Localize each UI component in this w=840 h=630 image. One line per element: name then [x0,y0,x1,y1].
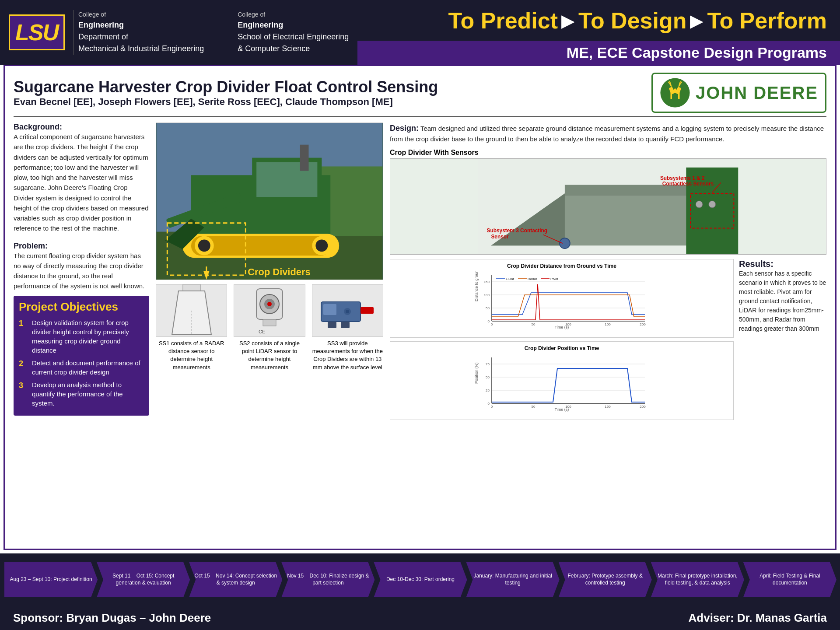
timeline-items: Aug 23 – Sept 10: Project definition Sep… [0,553,840,606]
program-title: ME, ECE Capstone Design Programs [567,44,827,61]
objective-item-3: 3 Develop an analysis method to quantify… [19,380,144,408]
svg-rect-19 [300,145,309,171]
ss1-label: SS1 consists of a RADAR distance sensor … [159,340,224,371]
john-deere-deer-icon [660,77,690,108]
svg-text:50: 50 [486,306,490,310]
svg-text:Distance to ground (mm): Distance to ground (mm) [474,271,479,301]
svg-text:100: 100 [565,405,571,409]
svg-marker-21 [172,291,211,335]
timeline-item-1: Aug 23 – Sept 10: Project definition [4,562,98,597]
svg-rect-34 [328,322,336,328]
chart1-container: Crop Divider Distance from Ground vs Tim… [390,259,734,338]
timeline-label-7: February: Prototype assembly & controlle… [563,573,648,586]
svg-point-42 [696,201,703,208]
svg-text:Pivot: Pivot [550,277,559,281]
harvester-image: Crop Dividers [156,122,383,280]
svg-point-26 [267,302,272,306]
objective-num-2: 2 [19,358,28,377]
tagline-design: To Design [578,7,686,34]
john-deere-text: JOHN DEERE [696,83,818,103]
svg-text:Position (%): Position (%) [474,362,479,384]
objective-item-2: 2 Detect and document performance of cur… [19,358,144,377]
svg-rect-20 [183,284,200,291]
timeline-item-3: Oct 15 – Nov 14: Concept selection & sys… [189,562,282,597]
dept2-name: School of Electrical Engineering [238,31,349,43]
content-grid: Background: A critical component of suga… [14,122,826,542]
design-heading: Design: [390,124,419,133]
objective-text-3: Develop an analysis method to quantify t… [32,380,144,408]
svg-point-33 [346,310,349,313]
objective-item-1: 1 Design validation system for crop divi… [19,318,144,355]
svg-rect-30 [360,307,374,314]
design-text: Team designed and utilized three separat… [390,125,824,143]
chart-and-results: Crop Divider Distance from Ground vs Tim… [390,259,826,542]
svg-rect-27 [263,319,276,326]
tagline-predict: To Predict [448,7,558,34]
footer-adviser: Adviser: Dr. Manas Gartia [689,611,827,625]
lsu-text: LSU [15,19,58,46]
footer-sponsor: Sponsor: Bryan Dugas – John Deere [13,611,211,625]
crop-divider-diagram-section: Crop Divider With Sensors [390,149,826,255]
svg-text:Contactless Sensors: Contactless Sensors [662,181,714,187]
svg-rect-35 [341,322,350,328]
objective-text-2: Detect and document performance of curre… [32,358,144,377]
svg-text:LiDar: LiDar [506,277,514,281]
svg-text:200: 200 [640,322,646,326]
timeline-bar: Aug 23 – Sept 10: Project definition Sep… [0,553,840,606]
svg-rect-74 [474,353,649,414]
center-column: Crop Dividers [156,122,383,542]
svg-text:75: 75 [486,362,490,366]
timeline-label-9: April: Field Testing & Final documentati… [748,573,832,586]
footer-bar: Sponsor: Bryan Dugas – John Deere Advise… [0,606,840,630]
problem-heading: Problem: [14,242,48,250]
header-right: To Predict ▶ To Design ▶ To Perform ME, … [357,0,840,65]
svg-text:0: 0 [491,322,493,326]
svg-text:50: 50 [532,405,536,409]
right-column: Design: Team designed and utilized three… [390,122,826,542]
svg-text:100: 100 [565,322,571,326]
timeline-label-1: Aug 23 – Sept 10: Project definition [10,576,92,583]
dept1-sub: Mechanical & Industrial Engineering [78,43,204,55]
project-authors: Evan Becnel [EE], Joseph Flowers [EE], S… [14,96,651,108]
chart2-title: Crop Divider Position vs Time [394,345,730,351]
project-title: Sugarcane Harvester Crop Divider Float C… [14,78,651,96]
timeline-item-9: April: Field Testing & Final documentati… [743,562,836,597]
svg-point-44 [560,238,570,248]
diagram-title: Crop Divider With Sensors [390,149,826,157]
timeline-item-6: January: Manufacturing and initial testi… [466,562,560,597]
ss2-svg: CE [248,284,291,337]
svg-point-43 [709,201,716,208]
dept1-info: College of Engineering Department of Mec… [74,10,204,55]
dept1-name: Department of [78,31,204,43]
tagline-bar: To Predict ▶ To Design ▶ To Perform [357,0,840,41]
timeline-label-4: Nov 15 – Dec 10: Finalize design & part … [286,573,370,586]
timeline-item-2: Sept 11 – Oct 15: Concept generation & e… [97,562,190,597]
svg-text:0: 0 [488,319,490,323]
timeline-item-8: March: Final prototype installation, fie… [651,562,744,597]
svg-rect-51 [474,271,649,332]
dept2-info: College of Engineering School of Electri… [231,10,349,55]
svg-text:Radar: Radar [528,277,537,281]
results-column: Results: Each sensor has a specific scen… [739,259,826,542]
background-heading: Background: [14,122,62,131]
svg-text:Crop Dividers: Crop Dividers [248,266,310,277]
chart2-container: Crop Divider Position vs Time Position (… [390,341,734,420]
svg-text:0: 0 [491,405,493,409]
college1-bold: Engineering [78,19,204,31]
svg-text:200: 200 [640,405,646,409]
background-section: Background: A critical component of suga… [14,122,149,234]
college2-bold: Engineering [238,19,349,31]
design-section: Design: Team designed and utilized three… [390,122,826,144]
svg-rect-31 [323,304,336,315]
sensors-row: SS1 consists of a RADAR distance sensor … [156,284,383,371]
college1-small: College of [78,10,204,19]
ss3-label: SS3 will provide measurements for when t… [312,340,383,371]
lsu-logo: LSU [9,14,65,50]
tagline-perform: To Perform [707,7,827,34]
objectives-box: Project Objectives 1 Design validation s… [14,296,149,416]
main-content: Sugarcane Harvester Crop Divider Float C… [4,65,836,550]
left-column: Background: A critical component of suga… [14,122,149,542]
timeline-label-2: Sept 11 – Oct 15: Concept generation & e… [101,573,186,586]
ss2-image: CE [234,284,305,337]
svg-text:CE: CE [259,329,265,334]
